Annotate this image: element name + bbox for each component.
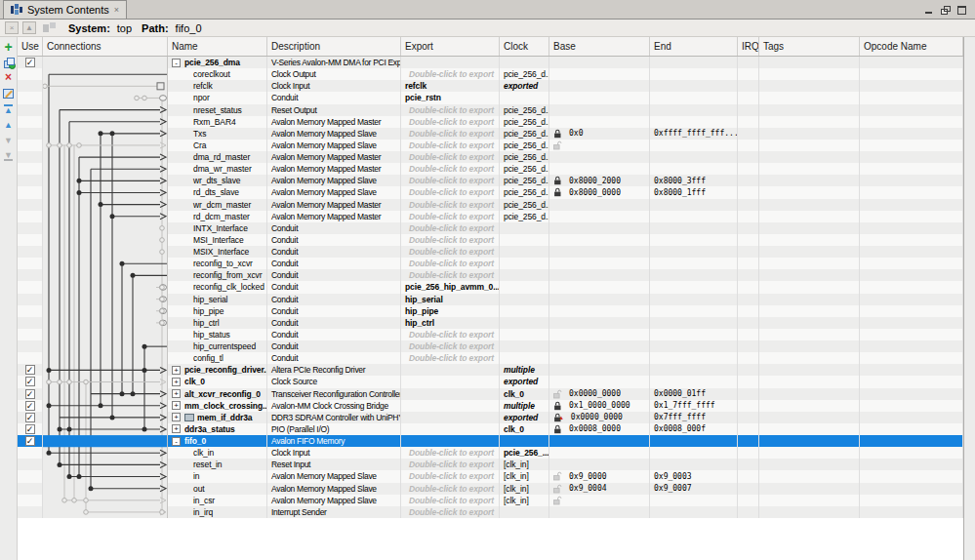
base-cell[interactable]: [549, 317, 650, 329]
export-cell[interactable]: Double-click to export: [401, 269, 500, 281]
clock-cell[interactable]: [500, 506, 549, 518]
export-cell[interactable]: Double-click to export: [401, 329, 500, 340]
export-cell[interactable]: pcie_rstn: [401, 92, 500, 103]
clock-cell[interactable]: [clk_in]: [500, 459, 549, 470]
use-checkbox[interactable]: ✓: [25, 365, 35, 375]
export-cell[interactable]: Double-click to export: [401, 175, 500, 186]
clock-cell[interactable]: [500, 222, 549, 234]
export-cell[interactable]: Double-click to export: [401, 151, 500, 163]
clock-cell[interactable]: [500, 281, 549, 293]
base-cell[interactable]: [549, 281, 650, 293]
export-cell[interactable]: Double-click to export: [401, 211, 500, 222]
edit-component-icon[interactable]: [2, 87, 15, 100]
clock-cell[interactable]: pcie_256_d...: [500, 163, 549, 175]
column-header-name[interactable]: Name: [168, 37, 267, 56]
export-cell[interactable]: [401, 412, 500, 423]
base-cell[interactable]: [549, 258, 650, 269]
export-cell[interactable]: Double-click to export: [401, 470, 500, 482]
base-cell[interactable]: [549, 305, 650, 317]
clock-cell[interactable]: pcie_256_d...: [500, 175, 549, 186]
export-cell[interactable]: hip_serial: [401, 294, 500, 305]
export-cell[interactable]: Double-click to export: [401, 234, 500, 246]
column-header-export[interactable]: Export: [401, 37, 500, 56]
base-cell[interactable]: ▲0x0000_0000: [549, 412, 650, 423]
base-cell[interactable]: [549, 376, 650, 387]
base-cell[interactable]: [549, 495, 650, 506]
export-cell[interactable]: Double-click to export: [401, 68, 500, 80]
expand-toggle[interactable]: +: [172, 424, 181, 433]
export-cell[interactable]: Double-click to export: [401, 352, 500, 364]
export-cell[interactable]: Double-click to export: [401, 340, 500, 352]
move-to-top-icon[interactable]: ▲: [2, 102, 15, 115]
duplicate-component-icon[interactable]: [2, 56, 15, 68]
export-cell[interactable]: Double-click to export: [401, 246, 500, 258]
base-cell[interactable]: 0x9_0000: [549, 470, 650, 482]
base-cell[interactable]: [549, 211, 650, 222]
export-cell[interactable]: refclk: [401, 80, 500, 92]
column-header-base[interactable]: Base: [549, 37, 650, 56]
clock-cell[interactable]: [500, 317, 549, 329]
clock-cell[interactable]: [500, 258, 549, 269]
clock-cell[interactable]: pcie_256_d...: [500, 199, 549, 211]
base-cell[interactable]: [549, 199, 650, 211]
expand-toggle[interactable]: +: [172, 378, 181, 386]
export-cell[interactable]: Double-click to export: [401, 116, 500, 128]
base-cell[interactable]: [549, 92, 650, 103]
clock-cell[interactable]: [500, 294, 549, 305]
base-cell[interactable]: [549, 140, 650, 151]
collapse-toggle[interactable]: -: [172, 59, 181, 67]
clock-cell[interactable]: [500, 57, 549, 68]
clock-cell[interactable]: pcie_256_d...: [500, 186, 549, 198]
export-cell[interactable]: Double-click to export: [401, 495, 500, 506]
expand-toggle[interactable]: +: [172, 401, 181, 410]
use-checkbox[interactable]: ✓: [25, 377, 35, 386]
clock-cell[interactable]: [500, 305, 549, 317]
use-checkbox[interactable]: ✓: [25, 436, 35, 446]
base-cell[interactable]: 0x0: [549, 128, 650, 140]
export-cell[interactable]: Double-click to export: [401, 459, 500, 470]
expand-toggle[interactable]: +: [172, 366, 181, 375]
export-cell[interactable]: Double-click to export: [401, 506, 500, 518]
collapse-toggle[interactable]: -: [172, 437, 181, 446]
expand-toggle[interactable]: +: [172, 389, 181, 398]
export-cell[interactable]: hip_pipe: [401, 305, 500, 317]
clock-cell[interactable]: pcie_256_d...: [500, 104, 549, 116]
clock-cell[interactable]: [500, 246, 549, 258]
column-header-tags[interactable]: Tags: [759, 37, 860, 56]
base-cell[interactable]: 0x0000_0000: [549, 388, 650, 400]
export-cell[interactable]: [401, 400, 500, 412]
base-cell[interactable]: 0x1_0000_0000: [549, 400, 650, 412]
base-cell[interactable]: [549, 340, 650, 352]
use-checkbox[interactable]: ✓: [25, 424, 35, 434]
export-cell[interactable]: Double-click to export: [401, 199, 500, 211]
clock-cell[interactable]: [clk_in]: [500, 495, 549, 506]
export-cell[interactable]: [401, 376, 500, 387]
base-cell[interactable]: 0x0008_0000: [549, 423, 650, 435]
restore-button[interactable]: [941, 6, 951, 15]
export-cell[interactable]: Double-click to export: [401, 104, 500, 116]
move-up-icon[interactable]: ▲: [2, 118, 15, 131]
base-cell[interactable]: 0x8000_0000: [549, 186, 650, 198]
export-cell[interactable]: [401, 364, 500, 376]
base-cell[interactable]: [549, 116, 650, 128]
export-cell[interactable]: Double-click to export: [401, 163, 500, 175]
base-cell[interactable]: [549, 506, 650, 518]
remove-component-icon[interactable]: ×: [2, 71, 15, 84]
column-header-connections[interactable]: Connections: [43, 37, 168, 56]
clock-cell[interactable]: pcie_256_d...: [500, 211, 549, 222]
clock-cell[interactable]: pcie_256_d...: [500, 128, 549, 140]
column-header-description[interactable]: Description: [267, 37, 401, 56]
base-cell[interactable]: [549, 163, 650, 175]
remove-filter-button[interactable]: ×: [5, 21, 19, 34]
export-cell[interactable]: pcie_256_hip_avmm_0...: [401, 281, 500, 293]
export-cell[interactable]: Double-click to export: [401, 128, 500, 140]
base-cell[interactable]: [549, 329, 650, 340]
column-header-opcode-name[interactable]: Opcode Name: [860, 37, 963, 56]
base-cell[interactable]: [549, 364, 650, 376]
clock-cell[interactable]: multiple: [500, 400, 549, 412]
use-checkbox[interactable]: ✓: [25, 401, 35, 411]
clock-cell[interactable]: multiple: [500, 364, 549, 376]
base-cell[interactable]: [549, 68, 650, 80]
clock-cell[interactable]: [500, 340, 549, 352]
export-cell[interactable]: Double-click to export: [401, 140, 500, 151]
